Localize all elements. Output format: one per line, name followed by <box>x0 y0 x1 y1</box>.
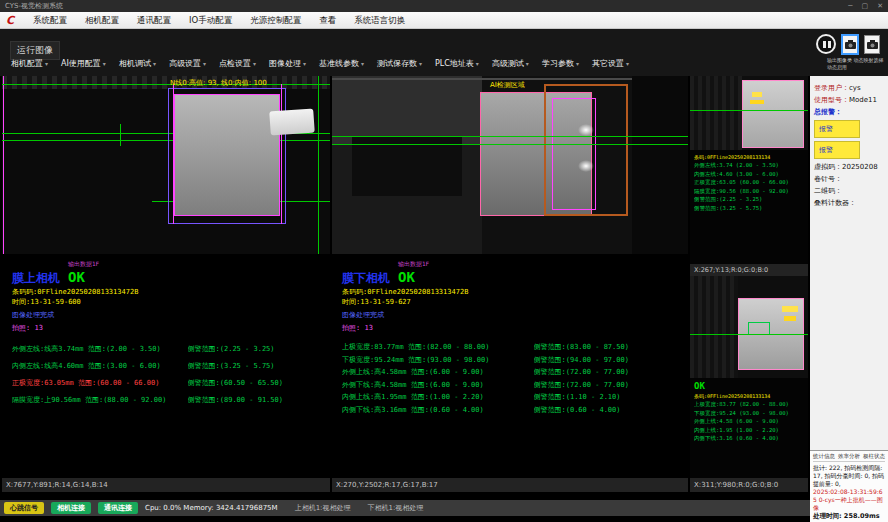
camera-view-left[interactable]: N线0:高值: 93, 线0:内值: 100 <box>2 76 330 254</box>
barcode-text: 条码:0FFline20250208133134 <box>694 153 804 161</box>
overlay-line <box>690 334 808 335</box>
measurement-row: 外侧左线:线高3.74mm 范围:(2.00 - 3.50) 侧警范围:(2.2… <box>12 341 320 358</box>
warning-range: 侧警范围:(1.10 - 2.10) <box>534 391 678 404</box>
measurement-line: 侧警范围:(2.25 - 3.25) <box>694 195 804 204</box>
machinery-area <box>690 276 738 378</box>
camera-1-button[interactable] <box>842 35 858 54</box>
field-value: 20250208 <box>842 163 878 171</box>
preview-lines: 上极宽度:83.77 (82.00 - 88.00)下极宽度:95.24 (93… <box>694 400 804 443</box>
toolbar-item-label: AI使用配置 <box>61 58 101 69</box>
toolbar-item[interactable]: 测试保存数 ▾ <box>372 56 427 71</box>
lower-camera-status: 下相机1:视相处理 <box>367 503 423 513</box>
toolbar-item-label: 相机调试 <box>119 58 151 69</box>
app-window: CYS-视觉检测系统 ─ ▢ ✕ C 系统配置相机配置通讯配置IO手动配置光源控… <box>0 0 888 522</box>
processing-time: 处理时间: 258.09ms <box>813 512 885 520</box>
preview-lines: 外侧左线:3.74 (2.00 - 3.50)内侧左线:4.60 (3.00 -… <box>694 161 804 212</box>
measurement-line: 隔膜宽度:90.56 (88.00 - 92.00) <box>694 187 804 196</box>
overlay-line <box>3 76 4 254</box>
toolbar-item[interactable]: 相机调试 ▾ <box>114 56 161 71</box>
chevron-down-icon: ▾ <box>476 60 479 67</box>
menu-item[interactable]: 系统配置 <box>24 12 76 28</box>
toolbar-item[interactable]: 高级测试 ▾ <box>487 56 534 71</box>
warning-range: 侧警范围:(60.50 - 65.50) <box>188 375 320 392</box>
toolbar-item-label: 其它设置 <box>592 58 624 69</box>
measurement-value: 正极宽度:63.05mm 范围:(60.00 - 66.00) <box>12 375 188 392</box>
result-badge: OK <box>694 381 804 392</box>
camera-2-button[interactable] <box>864 35 880 54</box>
menu-item[interactable]: 查看 <box>310 12 345 28</box>
close-icon[interactable]: ✕ <box>877 0 883 12</box>
inspected-part <box>174 94 280 216</box>
field-label: 二维码： <box>814 187 842 195</box>
toolbar-item[interactable]: 学习参数 ▾ <box>537 56 584 71</box>
alarm-list: 报警报警 <box>814 120 884 159</box>
measurement-row: 外侧下线:高4.58mm 范围:(6.00 - 9.00) 侧警范围:(72.0… <box>342 379 678 392</box>
overlay-label: AI检测区域 <box>490 80 525 90</box>
toolbar-item[interactable]: 高级设置 ▾ <box>164 56 211 71</box>
preview-result-1: 条码:0FFline20250208133134 外侧左线:3.74 (2.00… <box>690 150 808 264</box>
statistics-tab[interactable]: 极柱状态 <box>863 453 885 460</box>
toolbar-item[interactable]: 点检设置 ▾ <box>214 56 261 71</box>
warning-range: 侧警范围:(3.25 - 5.75) <box>188 358 320 375</box>
roi-box <box>552 98 596 210</box>
toolbar-item-label: PLC地址表 <box>435 58 474 69</box>
login-user-label: 登录用户： <box>814 84 849 92</box>
menu-item[interactable]: 相机配置 <box>76 12 128 28</box>
camera-view-center[interactable]: AI检测区域 <box>332 76 688 254</box>
overlay-label: N线0:高值: 93, 线0:内值: 100 <box>170 78 267 88</box>
toolbar-item[interactable]: 相机配置 ▾ <box>6 56 53 71</box>
sub-header: 运行图像 相机配置 ▾ AI使用配置 ▾ 相机调试 ▾ 高级设置 ▾ 点检设置 … <box>0 29 888 76</box>
menu-item[interactable]: IO手动配置 <box>180 12 241 28</box>
header-buttons <box>816 34 880 54</box>
pause-button[interactable] <box>816 34 836 54</box>
display-mode-note: 输出图像类 动态映射选择 动态启用 <box>827 57 885 71</box>
result-panel-left: 输出数据1F 膜上相机 OK 条码码:0FFline20250208133134… <box>2 254 330 478</box>
chevron-down-icon: ▾ <box>576 60 579 67</box>
menu-bar: C 系统配置相机配置通讯配置IO手动配置光源控制配置查看系统语言切换 <box>0 12 888 29</box>
toolbar-item[interactable]: 基准线参数 ▾ <box>314 56 369 71</box>
menu-item[interactable]: 系统语言切换 <box>345 12 414 28</box>
window-title: CYS-视觉检测系统 <box>5 1 63 11</box>
overlay-line <box>690 110 808 111</box>
toolbar-item-label: 点检设置 <box>219 58 251 69</box>
toolbar-item-label: 学习参数 <box>542 58 574 69</box>
alarm-item[interactable]: 报警 <box>814 141 860 159</box>
toolbar-item[interactable]: 图像处理 ▾ <box>264 56 311 71</box>
chevron-down-icon: ▾ <box>253 60 256 67</box>
chevron-down-icon: ▾ <box>103 60 106 67</box>
statistics-tab[interactable]: 效率分析 <box>838 453 860 460</box>
model-label: 使用型号： <box>814 96 849 104</box>
machinery-area <box>690 76 742 150</box>
toolbar-item[interactable]: 其它设置 ▾ <box>587 56 634 71</box>
alarm-total-label: 总报警： <box>814 108 884 117</box>
statistics-tab[interactable]: 统计信息 <box>813 453 835 460</box>
alarm-item[interactable]: 报警 <box>814 120 860 138</box>
camera-connect-badge: 相机连接 <box>51 502 91 514</box>
time-text: 时间:13-31-59-600 <box>12 297 320 307</box>
measurement-line: 侧警范围:(3.25 - 5.75) <box>694 204 804 213</box>
toolbar-item[interactable]: PLC地址表 ▾ <box>430 56 484 71</box>
preview-result-2: OK 条码:0FFline20250208133134 上极宽度:83.77 (… <box>690 378 808 478</box>
pixel-coordinate-preview-2: X:311;Y:980;R:0;G:0;B:0 <box>690 478 808 492</box>
heartbeat-badge: 心跳信号 <box>4 502 44 514</box>
field-label: 叠料计数器： <box>814 199 856 207</box>
cpu-memory-text: Cpu: 0.0% Memory: 3424.41796875M <box>145 504 278 512</box>
measurement-line: 内侧左线:4.60 (3.00 - 6.00) <box>694 170 804 179</box>
process-status: 图像处理完成 <box>342 310 678 320</box>
menu-item[interactable]: 光源控制配置 <box>241 12 310 28</box>
toolbar-item[interactable]: AI使用配置 ▾ <box>56 56 111 71</box>
overlay-line <box>173 84 174 224</box>
minimize-icon[interactable]: ─ <box>848 0 852 12</box>
field-row: 卷针号： <box>814 175 884 184</box>
status-bar: 心跳信号 相机连接 通讯连接 Cpu: 0.0% Memory: 3424.41… <box>0 500 810 516</box>
measurement-line: 内侧上线:1.95 (1.00 - 2.20) <box>694 426 804 435</box>
menu-item[interactable]: 通讯配置 <box>128 12 180 28</box>
maximize-icon[interactable]: ▢ <box>862 0 869 12</box>
statistics-line-timestamp: 2025:02:08-13:31:59:65 0-cys一种上批机——图像 <box>813 488 885 512</box>
warning-range: 侧警范围:(0.60 - 4.00) <box>534 404 678 417</box>
measurement-value: 内侧下线:高3.16mm 范围:(0.60 - 4.00) <box>342 404 534 417</box>
preview-view-1[interactable] <box>690 76 808 150</box>
preview-view-2[interactable] <box>690 276 808 378</box>
menu-items: 系统配置相机配置通讯配置IO手动配置光源控制配置查看系统语言切换 <box>24 12 414 28</box>
measurement-row: 内侧上线:高1.95mm 范围:(1.00 - 2.20) 侧警范围:(1.10… <box>342 391 678 404</box>
